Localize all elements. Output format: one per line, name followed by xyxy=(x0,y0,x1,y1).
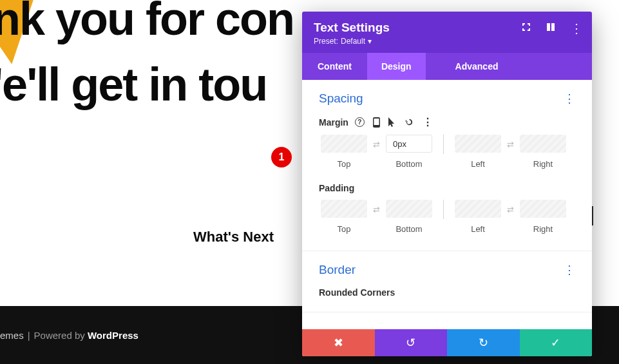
margin-bottom-input[interactable] xyxy=(386,135,432,153)
margin-top-input[interactable] xyxy=(321,135,367,153)
margin-label: Margin xyxy=(319,117,348,128)
rounded-corners-label: Rounded Corners xyxy=(319,287,395,298)
mobile-icon[interactable] xyxy=(373,117,380,128)
link-icon[interactable]: ⇄ xyxy=(507,140,514,149)
margin-bottom-label: Bottom xyxy=(395,159,422,169)
padding-field: Padding Top ⇄ Bottom xyxy=(319,183,575,234)
columns-icon[interactable] xyxy=(546,22,556,35)
expand-icon[interactable] xyxy=(521,22,531,35)
reset-icon[interactable] xyxy=(405,117,414,127)
spacing-section: Spacing ⋮ Margin ? ⋮ xyxy=(302,80,592,251)
text-settings-panel: Text Settings Preset: Default ▾ ⋮ Conten… xyxy=(302,12,592,356)
undo-button[interactable]: ↺ xyxy=(375,329,448,356)
hero-heading-line2: 'e'll get in tou xyxy=(0,58,267,111)
more-icon[interactable]: ⋮ xyxy=(570,22,583,35)
margin-left-label: Left xyxy=(471,159,485,169)
link-icon[interactable]: ⇄ xyxy=(373,140,380,149)
check-icon: ✓ xyxy=(551,336,560,350)
panel-header: Text Settings Preset: Default ▾ ⋮ xyxy=(302,12,592,53)
field-more-icon[interactable]: ⋮ xyxy=(423,116,433,128)
undo-icon: ↺ xyxy=(406,336,415,350)
padding-left-input[interactable] xyxy=(455,200,501,218)
whats-next-heading: What's Next xyxy=(193,229,274,245)
footer-separator: | xyxy=(28,330,30,341)
footer-themes-link[interactable]: emes xyxy=(0,330,24,341)
margin-field-icons: ? ⋮ xyxy=(355,116,433,128)
help-icon[interactable]: ? xyxy=(355,117,365,127)
tab-content[interactable]: Content xyxy=(302,53,367,80)
caret-down-icon: ▾ xyxy=(368,37,372,46)
preset-dropdown[interactable]: Preset: Default ▾ xyxy=(314,37,372,46)
padding-top-input[interactable] xyxy=(321,200,367,218)
close-icon: ✖ xyxy=(334,336,343,350)
margin-right-input[interactable] xyxy=(520,135,566,153)
tab-advanced[interactable]: Advanced xyxy=(441,53,513,80)
redo-button[interactable]: ↻ xyxy=(447,329,520,356)
margin-top-label: Top xyxy=(338,159,351,169)
margin-field: Margin ? ⋮ Top ⇄ xyxy=(319,116,575,169)
margin-right-label: Right xyxy=(533,159,553,169)
margin-left-input[interactable] xyxy=(455,135,501,153)
vertical-divider xyxy=(443,135,444,154)
padding-bottom-label: Bottom xyxy=(395,224,422,234)
link-icon[interactable]: ⇄ xyxy=(373,205,380,215)
padding-right-label: Right xyxy=(533,224,553,234)
link-icon[interactable]: ⇄ xyxy=(507,205,514,215)
redo-icon: ↻ xyxy=(479,336,488,350)
spacing-title[interactable]: Spacing xyxy=(319,91,363,106)
svg-rect-0 xyxy=(547,23,550,31)
padding-left-label: Left xyxy=(471,224,485,234)
footer-powered-text: Powered by xyxy=(34,330,85,341)
svg-rect-1 xyxy=(551,23,555,31)
padding-top-label: Top xyxy=(338,224,351,234)
footer-wordpress-link[interactable]: WordPress xyxy=(88,330,138,341)
svg-rect-3 xyxy=(374,119,379,125)
panel-header-actions: ⋮ xyxy=(521,22,583,35)
tab-design[interactable]: Design xyxy=(367,53,426,80)
save-button[interactable]: ✓ xyxy=(520,329,593,356)
border-title[interactable]: Border xyxy=(319,263,356,277)
panel-tabs: Content Design Advanced xyxy=(302,53,592,80)
border-section: Border ⋮ Rounded Corners xyxy=(302,251,592,312)
spacing-more-icon[interactable]: ⋮ xyxy=(564,91,575,106)
padding-bottom-input[interactable] xyxy=(386,200,432,218)
panel-footer: ✖ ↺ ↻ ✓ xyxy=(302,329,592,356)
annotation-badge-1: 1 xyxy=(271,147,292,168)
padding-right-input[interactable] xyxy=(520,200,566,218)
panel-body: Spacing ⋮ Margin ? ⋮ xyxy=(302,80,592,329)
border-more-icon[interactable]: ⋮ xyxy=(564,263,575,277)
vertical-divider xyxy=(443,200,444,219)
cursor-icon[interactable] xyxy=(388,117,396,128)
hero-heading-line1: nk you for con xyxy=(0,0,294,46)
padding-label: Padding xyxy=(319,183,354,193)
cancel-button[interactable]: ✖ xyxy=(302,329,375,356)
